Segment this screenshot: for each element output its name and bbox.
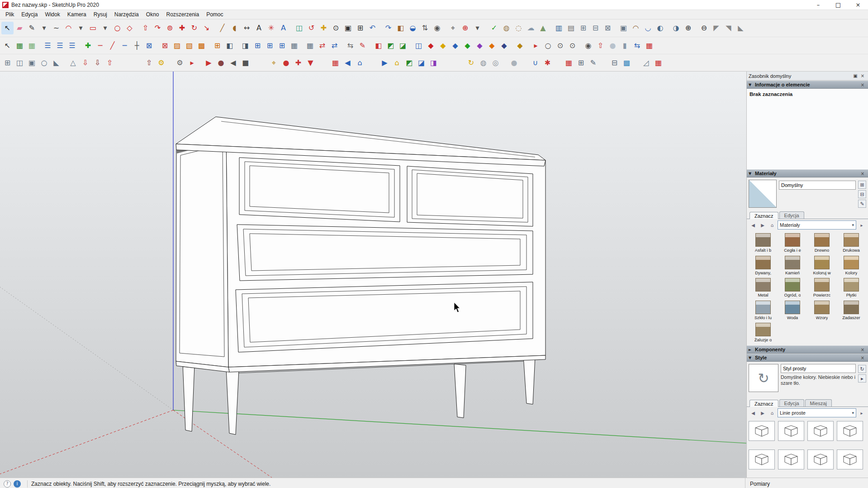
tray-close-icon[interactable]: ×: [859, 72, 866, 79]
pin-marker-icon[interactable]: ⌖: [268, 57, 280, 69]
round-corner-tool-icon[interactable]: ◠: [630, 22, 642, 34]
collapse-icon[interactable]: ▼: [749, 172, 753, 176]
gradient-material-icon[interactable]: ▩: [621, 57, 633, 69]
zoom-window-tool-icon[interactable]: ▣: [342, 22, 354, 34]
slope-tool-icon[interactable]: ◿: [640, 57, 652, 69]
material-item[interactable]: Kolory: [837, 256, 866, 276]
transfer-tool-icon[interactable]: ⇆: [631, 39, 643, 52]
tab-style-mieszaj[interactable]: Mieszaj: [805, 399, 832, 407]
dresser-leg-back-left[interactable]: [226, 368, 239, 435]
scene-wedge-icon[interactable]: ◣: [50, 57, 62, 69]
details-icon[interactable]: ▸: [858, 221, 866, 229]
material-item[interactable]: Żaluzje o: [749, 323, 778, 343]
chamfer-tool-icon[interactable]: ◥: [722, 22, 735, 34]
vertex-green-icon[interactable]: ◆: [461, 39, 474, 52]
component-blue-icon[interactable]: ◪: [415, 57, 427, 69]
material-item[interactable]: Ogród, o: [778, 278, 807, 298]
tape-measure-tool-icon[interactable]: ╱: [216, 22, 228, 34]
edit-sketch-icon[interactable]: ✎: [356, 39, 369, 52]
material-name-field[interactable]: [779, 181, 856, 190]
preferences-gear-icon[interactable]: ⚙: [174, 57, 186, 69]
report-panel-icon[interactable]: ⊞: [575, 57, 587, 69]
style-item[interactable]: [837, 421, 863, 441]
atom-red-icon[interactable]: ✱: [541, 57, 554, 69]
shapes-more-icon[interactable]: ▾: [99, 22, 111, 34]
dresser-leg-middle[interactable]: [454, 364, 466, 418]
play-animation-icon[interactable]: ▶: [203, 57, 215, 69]
iso-cube-green-icon[interactable]: ◩: [384, 39, 397, 52]
sample-paint-button[interactable]: ✎: [858, 200, 866, 208]
measurements-value[interactable]: [773, 480, 841, 488]
circle-more-icon[interactable]: ▾: [471, 22, 484, 34]
stop-icon[interactable]: ■: [239, 57, 251, 69]
position-camera-tool-icon[interactable]: ⌖: [447, 22, 459, 34]
look-around-tool-icon[interactable]: ◉: [431, 22, 443, 34]
arc-more-icon[interactable]: ▾: [75, 22, 87, 34]
style-item[interactable]: [778, 450, 804, 469]
export-animation-icon[interactable]: ▸: [186, 57, 198, 69]
expand-icon[interactable]: ►: [749, 348, 753, 352]
component-purple-icon[interactable]: ◨: [427, 57, 440, 69]
run-script-icon[interactable]: ▸: [530, 39, 542, 52]
lab-flask-icon[interactable]: ∪: [529, 57, 541, 69]
style-item[interactable]: [749, 421, 775, 441]
menu-pomoc[interactable]: Pomoc: [203, 10, 227, 19]
axes-tool-icon[interactable]: ✳: [265, 22, 277, 34]
collapse-icon[interactable]: ▼: [749, 83, 753, 87]
menu-rysuj[interactable]: Rysuj: [90, 10, 111, 19]
menu-plik[interactable]: Plik: [2, 10, 18, 19]
material-item[interactable]: Metal: [749, 278, 778, 298]
components-header[interactable]: ► Komponenty ×: [747, 345, 868, 354]
tab-zaznacz[interactable]: Zaznacz: [749, 212, 778, 219]
target-a-icon[interactable]: ⊙: [554, 39, 566, 52]
scene-box-3-icon[interactable]: ▣: [26, 57, 38, 69]
move-tool-icon[interactable]: ✚: [176, 22, 188, 34]
menu-widok[interactable]: Widok: [41, 10, 63, 19]
dresser-drawer-middle[interactable]: [237, 225, 533, 281]
back-icon[interactable]: ◀: [749, 409, 757, 417]
edge-style-blue-icon[interactable]: ─: [119, 39, 131, 52]
forward-icon[interactable]: ▶: [759, 221, 767, 229]
vertex-blue-icon[interactable]: ◆: [449, 39, 461, 52]
sphere-b-icon[interactable]: ◎: [489, 57, 502, 69]
scale-tool-icon[interactable]: ↘: [200, 22, 213, 34]
dresser-drawer-top-right[interactable]: [407, 166, 533, 226]
dresser-left-panel[interactable]: [176, 136, 228, 367]
guide-dotted-line[interactable]: [0, 287, 173, 410]
table-tool-b-icon[interactable]: ▦: [304, 39, 316, 52]
current-material-preview[interactable]: [749, 180, 777, 208]
create-material-button[interactable]: ⊞: [858, 181, 866, 189]
report-edit-icon[interactable]: ✎: [587, 57, 599, 69]
material-item[interactable]: Powierzc: [807, 278, 836, 298]
eraser-tool-icon[interactable]: ▰: [14, 22, 26, 34]
orbit-tool-icon[interactable]: ↺: [305, 22, 318, 34]
vertex-red-icon[interactable]: ◆: [425, 39, 437, 52]
zoom-extents-tool-icon[interactable]: ⊞: [354, 22, 366, 34]
sphere-shaded-toggle-icon[interactable]: ●: [607, 39, 619, 52]
style-item[interactable]: [807, 421, 834, 441]
style-options-button[interactable]: ▸: [858, 374, 866, 383]
tab-style-edycja[interactable]: Edycja: [779, 399, 804, 407]
menu-kamera[interactable]: Kamera: [64, 10, 90, 19]
material-item[interactable]: Wzory: [807, 301, 836, 321]
window-entity-info-icon[interactable]: ⊟: [589, 22, 602, 34]
follow-me-tool-icon[interactable]: ↷: [152, 22, 164, 34]
rectangle-tool-icon[interactable]: ▭: [87, 22, 99, 34]
cloud-tool-icon[interactable]: ☁: [525, 22, 537, 34]
materials-collection-dropdown[interactable]: Materiały ▾: [778, 220, 856, 230]
scene-box-2-icon[interactable]: ◫: [14, 57, 26, 69]
zoom-tool-icon[interactable]: ⊙: [330, 22, 342, 34]
offset-tool-icon[interactable]: ⊚: [164, 22, 176, 34]
target-b-icon[interactable]: ⊙: [566, 39, 579, 52]
walk-tool-icon[interactable]: ⇅: [419, 22, 431, 34]
sphere-c-icon[interactable]: ●: [508, 57, 520, 69]
hatch-pattern-c-icon[interactable]: ▩: [195, 39, 208, 52]
close-button[interactable]: ×: [848, 0, 868, 10]
scene-roof-icon[interactable]: △: [67, 57, 79, 69]
material-item[interactable]: Zadaszer: [837, 301, 866, 321]
export-red-icon[interactable]: ⇩: [79, 57, 91, 69]
import-dark-icon[interactable]: ⇧: [143, 57, 155, 69]
entity-info-header[interactable]: ▼ Informacje o elemencie ×: [747, 81, 868, 89]
secondary-pane-button[interactable]: ⊟: [858, 190, 866, 198]
iso-cube-blue-icon[interactable]: ◫: [413, 39, 425, 52]
